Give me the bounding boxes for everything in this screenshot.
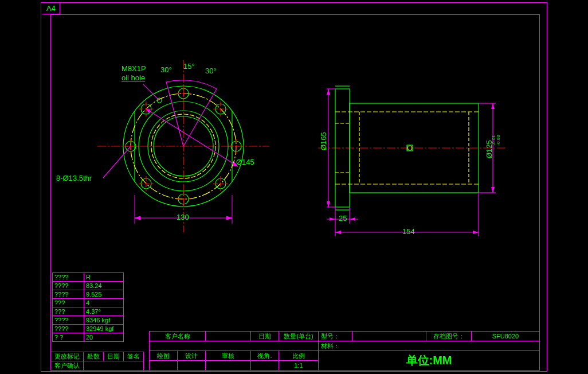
svg-marker-68 — [491, 103, 495, 109]
angle-30-left: 30° — [160, 65, 172, 74]
svg-marker-73 — [330, 217, 335, 221]
svg-marker-64 — [327, 201, 330, 207]
dim-130-text: 130 — [177, 213, 189, 221]
svg-marker-46 — [226, 216, 232, 220]
format-label: A4 — [42, 3, 60, 14]
title-block: 客户名称 日期 数量(单台) 型号： 存档图号： SFU8020 材料： 绘图 … — [149, 331, 540, 371]
svg-marker-69 — [491, 187, 495, 193]
oil-hole-label-2: oil hole — [121, 73, 145, 82]
dim-154-text: 154 — [402, 227, 415, 236]
unit-label: 单位:MM — [406, 354, 452, 367]
side-view-drawing — [318, 75, 513, 241]
svg-marker-74 — [350, 217, 355, 221]
svg-marker-63 — [327, 89, 330, 95]
angle-30-right: 30° — [205, 67, 217, 75]
dim-165-text: Ø165 — [319, 132, 328, 150]
svg-marker-78 — [335, 231, 341, 234]
revision-table: 更改标记 处数 日期 签名 客户确认 — [50, 352, 144, 371]
tol-lower: -0.03 — [496, 135, 501, 145]
oil-hole-label-1: M8X1P — [121, 64, 146, 73]
angle-15: 15° — [183, 62, 195, 71]
svg-marker-79 — [473, 231, 479, 234]
svg-line-41 — [103, 146, 131, 178]
svg-marker-45 — [135, 216, 140, 220]
hole-callout: 8-Ø13.5thr — [56, 174, 92, 182]
diameter-145: Ø145 — [236, 158, 254, 166]
spec-table: ????R ????83.24 ????9.525 ???4 ???4.37° … — [52, 272, 124, 342]
dim-25-text: 25 — [339, 214, 347, 223]
